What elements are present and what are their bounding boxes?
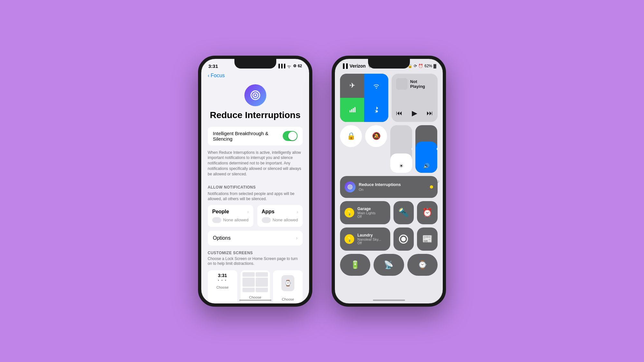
cc-row-3: 💡 Garage Main Lights Off 🔦 ⏰ [340,201,438,224]
app-icon-container [208,84,303,106]
ri-text: Reduce Interruptions On [359,182,401,191]
cc-row-2: 🔒 🔕 ☀ 🔊 [340,125,438,173]
back-chevron-icon: ‹ [208,73,209,79]
brightness-icon: ☀ [399,163,403,169]
news-tile[interactable]: 📰 [417,227,438,251]
screen-record-tile[interactable] [393,227,414,251]
prev-track-icon[interactable]: ⏮ [396,109,402,117]
back-label: Focus [211,73,225,79]
news-icon: 📰 [422,234,432,244]
apps-mini-toggle [262,217,271,223]
toggle-knob [288,132,297,140]
laundry-tile[interactable]: 💡 Laundry Nanoleaf Sky... Off [340,227,390,251]
low-power-icon: 🔋 [350,260,360,269]
laundry-sublabel: Nanoleaf Sky... [357,237,381,241]
apps-label: Apps [262,209,275,215]
thumb-dots: • • • [210,279,235,282]
cc-status-right: 🔒 ⟳ ⏰ 62% ▓ [408,64,436,68]
flashlight-tile[interactable]: 🔦 [393,201,414,224]
brightness-dot [412,148,412,150]
thumb-block-2 [256,272,268,277]
play-icon[interactable]: ▶ [412,109,417,117]
people-apps-buttons: People › None allowed Apps › N [208,205,303,227]
people-sub-label: None allowed [223,218,249,222]
cellular-tile[interactable] [340,98,364,122]
people-button[interactable]: People › None allowed [208,205,253,227]
carrier-label: Verizon [350,63,366,69]
remote-tile[interactable]: 📡 [374,254,404,276]
toggle-switch[interactable] [283,131,298,141]
right-phone: ▐▐ Verizon 🔒 ⟳ ⏰ 62% ▓ ✈ [332,56,446,307]
cc-row-4: 💡 Laundry Nanoleaf Sky... Off 📰 [340,227,438,251]
music-controls: ⏮ ▶ ⏭ [396,109,433,117]
signal-icon-right: ▐▐ [341,63,348,69]
screen-record-icon [399,235,408,244]
home-choose-label: Choose [241,295,270,299]
lock-choose-label: Choose [208,285,237,289]
garage-sublabel: Main Lights [357,211,375,215]
toggle-row[interactable]: Intelligent Breakthrough & Silencing [208,127,303,145]
battery-percent: 62% [424,64,432,68]
remote-icon: 📡 [384,260,393,269]
laundry-icon: 💡 [345,234,354,244]
customize-subtitle: Choose a Lock Screen or Home Screen page… [208,256,303,266]
status-time-left: 3:31 [208,63,218,69]
apps-chevron-icon: › [297,209,298,214]
battery-bar: ▓ [433,64,436,68]
garage-tile[interactable]: 💡 Garage Main Lights Off [340,201,390,224]
garage-state: Off [357,215,375,218]
people-chevron-icon: › [247,209,249,214]
bluetooth-tile[interactable] [364,98,388,122]
people-sub: None allowed [212,217,249,223]
customize-header: CUSTOMIZE SCREENS [208,251,303,255]
home-indicator-right [373,300,405,301]
settings-screen: 3:31 ▐▐▐ ⚙ 62 ‹ Focus Reduce Interrupti [201,59,309,303]
garage-icon: 💡 [345,208,354,218]
lock-screen-thumb[interactable]: 3:31 • • • Choose [208,270,237,303]
laundry-label: Laundry [357,233,381,237]
timer-tile[interactable]: ⏰ [417,201,438,224]
wifi-icon [287,64,292,68]
wifi-tile[interactable] [364,74,388,98]
phone-notch-left [234,59,276,69]
toggle-description: When Reduce Interruptions is active, int… [208,149,303,181]
thumb-grid [241,270,270,294]
svg-rect-2 [353,108,354,112]
apps-sub-label: None allowed [273,218,298,222]
people-mini-toggle [212,217,221,223]
options-row[interactable]: Options › [208,231,303,246]
cc-status-left: ▐▐ Verizon [341,63,372,69]
lock-tile[interactable]: 🔒 [340,125,362,147]
signal-icon: ▐▐▐ [277,64,286,68]
music-block: Not Playing ⏮ ▶ ⏭ [392,74,438,122]
options-label: Options [213,235,231,241]
cc-row-5: 🔋 📡 ⌚ [340,254,438,276]
volume-dot [437,148,437,150]
laundry-state: Off [357,241,381,245]
volume-slider[interactable]: 🔊 [415,125,437,173]
silent-tile[interactable]: 🔕 [365,125,387,147]
svg-rect-3 [354,107,355,113]
reduce-interruptions-tile[interactable]: Reduce Interruptions On [340,176,438,198]
back-button[interactable]: ‹ Focus [208,73,225,79]
status-icons-left: ▐▐▐ ⚙ 62 [277,64,302,68]
allow-notifications-header: ALLOW NOTIFICATIONS [208,185,303,190]
svg-rect-0 [349,110,350,113]
garage-text: Garage Main Lights Off [357,207,375,218]
brightness-slider[interactable]: ☀ [390,125,412,173]
music-header: Not Playing [396,78,433,90]
home-screen-thumb[interactable]: Choose [241,270,270,303]
low-power-tile[interactable]: 🔋 [340,254,370,276]
battery-icon: ⚙ 62 [293,64,302,68]
next-track-icon[interactable]: ⏭ [427,109,433,117]
watch-screen-thumb[interactable]: ⌚ Choose [273,270,303,303]
music-note-icon: ♪ [437,179,440,184]
thumb-block-5 [242,288,255,292]
ri-title: Reduce Interruptions [359,182,401,188]
watch-face-tile[interactable]: ⌚ [407,254,438,276]
thumb-block-1 [242,272,255,277]
alarm-icon: ⏰ [418,64,423,68]
airplane-mode-tile[interactable]: ✈ [340,74,364,98]
apps-button[interactable]: Apps › None allowed [257,205,303,227]
home-indicator-left [239,300,271,301]
